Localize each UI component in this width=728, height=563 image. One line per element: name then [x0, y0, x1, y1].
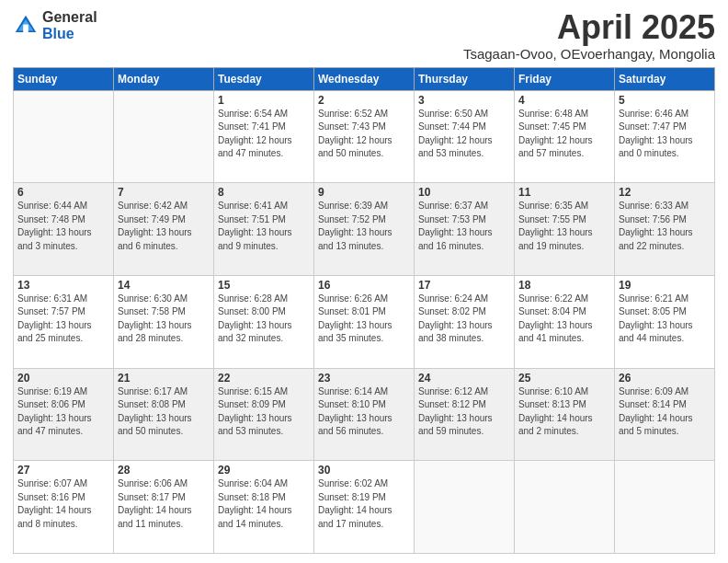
calendar-cell: 12Sunrise: 6:33 AM Sunset: 7:56 PM Dayli… [615, 183, 715, 276]
day-number: 22 [218, 372, 310, 385]
day-info: Sunrise: 6:33 AM Sunset: 7:56 PM Dayligh… [619, 200, 711, 253]
day-number: 3 [418, 94, 510, 107]
calendar-cell: 8Sunrise: 6:41 AM Sunset: 7:51 PM Daylig… [214, 183, 314, 276]
weekday-monday: Monday [114, 67, 214, 90]
calendar-week-2: 6Sunrise: 6:44 AM Sunset: 7:48 PM Daylig… [14, 183, 715, 276]
day-info: Sunrise: 6:41 AM Sunset: 7:51 PM Dayligh… [218, 200, 310, 253]
logo-general-text: General [42, 9, 97, 26]
calendar-cell: 18Sunrise: 6:22 AM Sunset: 8:04 PM Dayli… [515, 275, 615, 368]
day-number: 18 [518, 279, 610, 292]
weekday-friday: Friday [515, 67, 615, 90]
day-info: Sunrise: 6:50 AM Sunset: 7:44 PM Dayligh… [418, 108, 510, 161]
calendar-cell: 27Sunrise: 6:07 AM Sunset: 8:16 PM Dayli… [14, 461, 114, 554]
calendar-cell: 13Sunrise: 6:31 AM Sunset: 7:57 PM Dayli… [14, 275, 114, 368]
day-number: 1 [218, 94, 310, 107]
day-info: Sunrise: 6:26 AM Sunset: 8:01 PM Dayligh… [318, 293, 410, 346]
day-number: 10 [418, 186, 510, 199]
day-info: Sunrise: 6:30 AM Sunset: 7:58 PM Dayligh… [118, 293, 210, 346]
day-info: Sunrise: 6:09 AM Sunset: 8:14 PM Dayligh… [619, 385, 711, 439]
day-number: 5 [619, 94, 711, 107]
svg-rect-2 [23, 24, 28, 31]
day-number: 8 [218, 186, 310, 199]
calendar-cell: 7Sunrise: 6:42 AM Sunset: 7:49 PM Daylig… [114, 183, 214, 276]
day-number: 12 [619, 186, 711, 199]
calendar-cell: 30Sunrise: 6:02 AM Sunset: 8:19 PM Dayli… [314, 461, 415, 554]
calendar-cell: 21Sunrise: 6:17 AM Sunset: 8:08 PM Dayli… [114, 368, 214, 461]
day-number: 15 [218, 279, 310, 292]
day-number: 16 [318, 279, 410, 292]
calendar-cell: 24Sunrise: 6:12 AM Sunset: 8:12 PM Dayli… [415, 368, 515, 461]
day-number: 26 [619, 372, 711, 385]
calendar-cell [114, 90, 214, 183]
day-number: 24 [418, 372, 510, 385]
day-info: Sunrise: 6:07 AM Sunset: 8:16 PM Dayligh… [17, 477, 109, 531]
calendar-cell: 28Sunrise: 6:06 AM Sunset: 8:17 PM Dayli… [114, 461, 214, 554]
day-number: 6 [17, 186, 109, 199]
day-number: 13 [17, 279, 109, 292]
calendar-cell [515, 461, 615, 554]
calendar-cell: 25Sunrise: 6:10 AM Sunset: 8:13 PM Dayli… [515, 368, 615, 461]
calendar-cell: 16Sunrise: 6:26 AM Sunset: 8:01 PM Dayli… [314, 275, 415, 368]
calendar-week-3: 13Sunrise: 6:31 AM Sunset: 7:57 PM Dayli… [14, 275, 715, 368]
calendar-table: SundayMondayTuesdayWednesdayThursdayFrid… [13, 67, 715, 554]
day-info: Sunrise: 6:46 AM Sunset: 7:47 PM Dayligh… [619, 108, 711, 161]
day-info: Sunrise: 6:14 AM Sunset: 8:10 PM Dayligh… [318, 385, 410, 439]
calendar-cell [415, 461, 515, 554]
calendar-cell: 15Sunrise: 6:28 AM Sunset: 8:00 PM Dayli… [214, 275, 314, 368]
day-number: 23 [318, 372, 410, 385]
day-info: Sunrise: 6:04 AM Sunset: 8:18 PM Dayligh… [218, 477, 310, 531]
day-number: 27 [17, 464, 109, 477]
day-number: 25 [518, 372, 610, 385]
logo-icon [13, 13, 39, 39]
calendar-week-1: 1Sunrise: 6:54 AM Sunset: 7:41 PM Daylig… [14, 90, 715, 183]
title-block: April 2025 Tsagaan-Ovoo, OEvoerhangay, M… [463, 9, 715, 62]
calendar-cell: 2Sunrise: 6:52 AM Sunset: 7:43 PM Daylig… [314, 90, 415, 183]
day-info: Sunrise: 6:02 AM Sunset: 8:19 PM Dayligh… [318, 477, 410, 531]
calendar-cell: 4Sunrise: 6:48 AM Sunset: 7:45 PM Daylig… [515, 90, 615, 183]
day-info: Sunrise: 6:42 AM Sunset: 7:49 PM Dayligh… [118, 200, 210, 253]
logo: General Blue [13, 9, 97, 41]
calendar-cell: 26Sunrise: 6:09 AM Sunset: 8:14 PM Dayli… [615, 368, 715, 461]
calendar-cell: 5Sunrise: 6:46 AM Sunset: 7:47 PM Daylig… [615, 90, 715, 183]
calendar-cell: 9Sunrise: 6:39 AM Sunset: 7:52 PM Daylig… [314, 183, 415, 276]
day-info: Sunrise: 6:44 AM Sunset: 7:48 PM Dayligh… [17, 200, 109, 253]
calendar-cell: 29Sunrise: 6:04 AM Sunset: 8:18 PM Dayli… [214, 461, 314, 554]
weekday-wednesday: Wednesday [314, 67, 415, 90]
day-number: 4 [518, 94, 610, 107]
day-number: 17 [418, 279, 510, 292]
sub-title: Tsagaan-Ovoo, OEvoerhangay, Mongolia [463, 46, 715, 62]
calendar-cell: 19Sunrise: 6:21 AM Sunset: 8:05 PM Dayli… [615, 275, 715, 368]
day-info: Sunrise: 6:06 AM Sunset: 8:17 PM Dayligh… [118, 477, 210, 531]
day-info: Sunrise: 6:48 AM Sunset: 7:45 PM Dayligh… [518, 108, 610, 161]
calendar-cell: 11Sunrise: 6:35 AM Sunset: 7:55 PM Dayli… [515, 183, 615, 276]
day-number: 9 [318, 186, 410, 199]
day-info: Sunrise: 6:17 AM Sunset: 8:08 PM Dayligh… [118, 385, 210, 439]
day-number: 20 [17, 372, 109, 385]
calendar-cell: 17Sunrise: 6:24 AM Sunset: 8:02 PM Dayli… [415, 275, 515, 368]
weekday-sunday: Sunday [14, 67, 114, 90]
day-number: 2 [318, 94, 410, 107]
day-info: Sunrise: 6:19 AM Sunset: 8:06 PM Dayligh… [17, 385, 109, 439]
day-number: 30 [318, 464, 410, 477]
logo-blue-text: Blue [42, 26, 97, 42]
day-number: 11 [518, 186, 610, 199]
weekday-header-row: SundayMondayTuesdayWednesdayThursdayFrid… [14, 67, 715, 90]
day-number: 21 [118, 372, 210, 385]
day-info: Sunrise: 6:21 AM Sunset: 8:05 PM Dayligh… [619, 293, 711, 346]
calendar-cell: 6Sunrise: 6:44 AM Sunset: 7:48 PM Daylig… [14, 183, 114, 276]
weekday-thursday: Thursday [415, 67, 515, 90]
day-info: Sunrise: 6:31 AM Sunset: 7:57 PM Dayligh… [17, 293, 109, 346]
weekday-saturday: Saturday [615, 67, 715, 90]
calendar-week-4: 20Sunrise: 6:19 AM Sunset: 8:06 PM Dayli… [14, 368, 715, 461]
main-title: April 2025 [463, 9, 715, 46]
weekday-tuesday: Tuesday [214, 67, 314, 90]
day-info: Sunrise: 6:52 AM Sunset: 7:43 PM Dayligh… [318, 108, 410, 161]
day-info: Sunrise: 6:28 AM Sunset: 8:00 PM Dayligh… [218, 293, 310, 346]
calendar-cell: 20Sunrise: 6:19 AM Sunset: 8:06 PM Dayli… [14, 368, 114, 461]
day-number: 28 [118, 464, 210, 477]
day-info: Sunrise: 6:12 AM Sunset: 8:12 PM Dayligh… [418, 385, 510, 439]
day-info: Sunrise: 6:24 AM Sunset: 8:02 PM Dayligh… [418, 293, 510, 346]
calendar-cell: 10Sunrise: 6:37 AM Sunset: 7:53 PM Dayli… [415, 183, 515, 276]
calendar-cell [14, 90, 114, 183]
day-info: Sunrise: 6:35 AM Sunset: 7:55 PM Dayligh… [518, 200, 610, 253]
